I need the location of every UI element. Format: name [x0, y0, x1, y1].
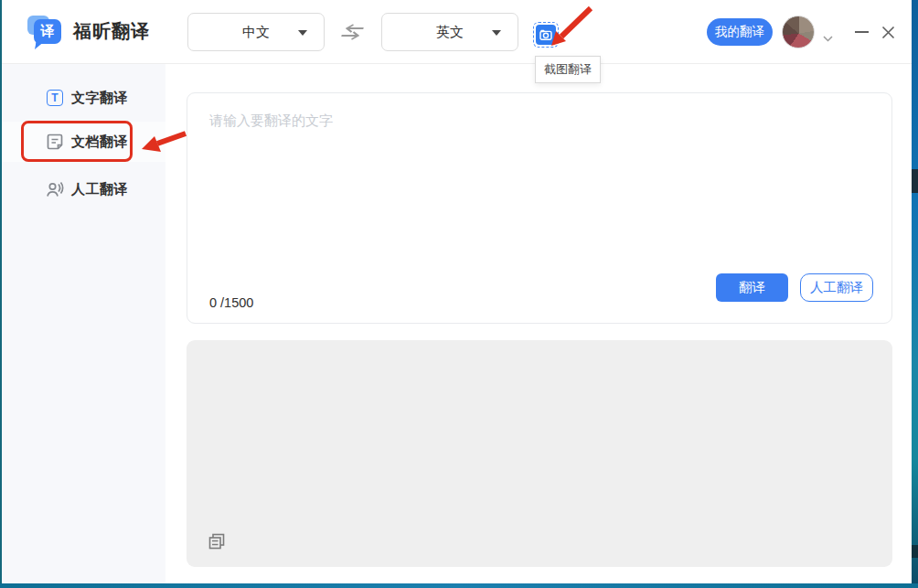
close-icon	[881, 26, 895, 39]
char-count: 0	[209, 295, 217, 310]
screenshot-tooltip: 截图翻译	[535, 56, 601, 83]
source-language-value: 中文	[242, 24, 270, 41]
human-translate-button[interactable]: 人工翻译	[800, 273, 873, 302]
minimize-icon	[855, 31, 869, 33]
target-language-select[interactable]: 英文	[381, 13, 518, 51]
copy-button[interactable]	[206, 530, 228, 552]
logo-glyph: 译	[34, 19, 61, 44]
desktop-edge-left	[0, 0, 2, 588]
camera-icon	[536, 25, 556, 45]
app-title: 福昕翻译	[73, 19, 150, 44]
dropdown-arrow-icon	[298, 30, 307, 36]
minimize-button[interactable]	[852, 23, 870, 41]
target-language-value: 英文	[436, 24, 464, 41]
document-translate-icon	[46, 133, 64, 151]
swap-languages-icon[interactable]	[336, 24, 367, 44]
result-panel	[187, 340, 892, 567]
sidebar: T 文字翻译 文档翻译 人工翻译	[2, 64, 165, 583]
source-language-select[interactable]: 中文	[187, 13, 325, 51]
human-translate-icon	[46, 180, 64, 198]
source-text-input[interactable]	[187, 93, 891, 253]
copy-icon	[207, 531, 227, 551]
desktop-edge-right	[912, 0, 918, 588]
close-button[interactable]	[879, 23, 897, 41]
source-text-panel: 0/1500 翻译 人工翻译	[187, 92, 892, 324]
dropdown-arrow-icon	[492, 30, 501, 36]
main-content: 0/1500 翻译 人工翻译	[165, 64, 912, 583]
translate-button[interactable]: 翻译	[716, 273, 788, 302]
screenshot-translate-button[interactable]	[533, 22, 559, 48]
header-bar: 译 福昕翻译 中文 英文	[2, 0, 912, 64]
char-counter: 0/1500	[209, 295, 253, 310]
app-logo: 译 福昕翻译	[27, 14, 150, 48]
desktop-edge-bottom	[0, 583, 918, 588]
char-limit: /1500	[220, 295, 253, 310]
sidebar-item-human-translate[interactable]: 人工翻译	[2, 169, 165, 209]
logo-badge-icon: 译	[27, 14, 64, 48]
sidebar-item-text-translate[interactable]: T 文字翻译	[2, 78, 165, 118]
user-avatar[interactable]	[782, 16, 815, 48]
sidebar-item-document-translate[interactable]: 文档翻译	[2, 122, 165, 162]
my-translations-button[interactable]: 我的翻译	[707, 18, 773, 46]
app-window: 译 福昕翻译 中文 英文	[2, 0, 912, 583]
chevron-down-icon[interactable]	[823, 29, 833, 46]
text-translate-icon: T	[46, 89, 64, 107]
